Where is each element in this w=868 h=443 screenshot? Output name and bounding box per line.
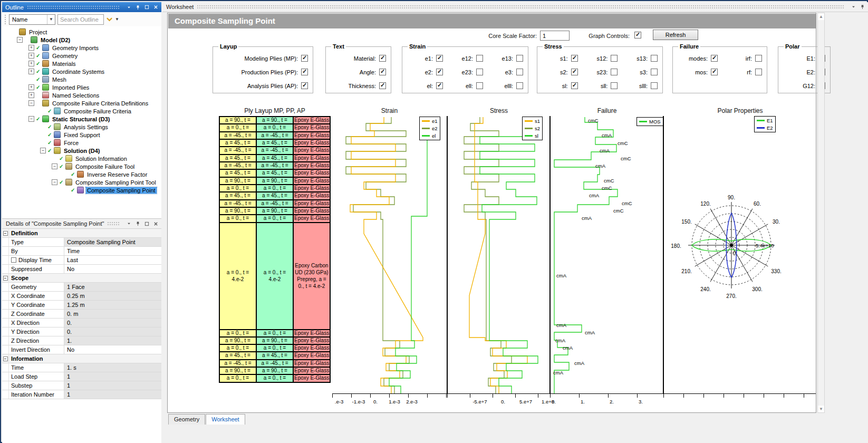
legend-entry: e2	[422, 126, 438, 131]
failure-checkbox[interactable]	[711, 69, 718, 75]
collapse-icon[interactable]: −	[3, 276, 8, 281]
layup-checkbox[interactable]	[301, 69, 308, 75]
tab-worksheet[interactable]: Worksheet	[206, 414, 245, 425]
failure-checkbox[interactable]	[755, 69, 762, 75]
collapse-icon[interactable]: −	[52, 179, 57, 185]
stress-checkbox[interactable]	[611, 55, 618, 62]
ap-cell: Epoxy E-Glass	[293, 360, 330, 367]
failure-checkbox[interactable]	[755, 55, 762, 62]
tree-item-analysis-settings[interactable]: ✓Analysis Settings	[2, 123, 161, 131]
strain-checkbox[interactable]	[516, 69, 523, 75]
collapse-icon[interactable]: −	[3, 357, 8, 361]
stress-checkbox[interactable]	[651, 82, 658, 89]
tree-item-project[interactable]: Project	[2, 28, 161, 36]
tree-item-folder[interactable]: −Composite Failure Criteria Definitions	[2, 99, 161, 107]
chevron-down-icon[interactable]	[125, 4, 132, 11]
chart-separator	[663, 116, 664, 393]
pin-icon[interactable]	[134, 4, 141, 11]
close-icon[interactable]	[152, 220, 159, 227]
failure-chart: cmCcmAcmCcmAcmCcmAcmCcmCcmAcmCcmCcmAcmAc…	[551, 116, 663, 393]
tree-item-criteria[interactable]: ✓Composite Failure Criteria	[2, 107, 161, 115]
stress-checkbox[interactable]	[571, 69, 578, 75]
stress-checkbox[interactable]	[651, 55, 658, 62]
close-icon[interactable]	[152, 4, 159, 11]
check-icon: ✓	[71, 171, 77, 177]
strain-checkbox[interactable]	[476, 69, 483, 75]
vertical-scrollbar[interactable]: ▲ ▼	[817, 13, 825, 413]
failure-checkbox[interactable]	[711, 55, 718, 62]
graph-controls-checkbox[interactable]	[634, 32, 641, 38]
failure-mode-annotation: cmA	[556, 322, 567, 328]
tree-item-model[interactable]: −Model (D2)	[2, 36, 161, 44]
expand-icon[interactable]: +	[28, 69, 34, 74]
details-value[interactable]: Last	[64, 256, 161, 264]
strain-checkbox[interactable]	[476, 55, 483, 62]
maximize-icon[interactable]	[143, 4, 150, 11]
expand-icon[interactable]: +	[28, 45, 34, 51]
collapse-icon[interactable]: −	[17, 37, 23, 43]
name-filter-dropdown[interactable]: Name ▼	[9, 14, 55, 25]
tree-item-result[interactable]: ✓Inverse Reserve Factor	[2, 170, 161, 178]
tree-item-force[interactable]: ✓Force	[2, 139, 161, 147]
pin-icon[interactable]	[859, 4, 866, 10]
maximize-icon[interactable]	[143, 220, 150, 227]
details-titlebar: Details of "Composite Sampling Point"	[2, 219, 161, 229]
tree-item-solution-info[interactable]: ✓Solution Information	[2, 155, 161, 162]
tree-item-imported-plies[interactable]: +✓Imported Plies	[2, 83, 161, 91]
refresh-button[interactable]: Refresh	[653, 30, 698, 40]
collapse-icon[interactable]: −	[40, 148, 46, 153]
tree-item-coordinate-systems[interactable]: +✓Coordinate Systems	[2, 68, 161, 75]
core-scale-input[interactable]	[540, 31, 570, 41]
tree-item-failure-tool[interactable]: −✓Composite Failure Tool	[2, 162, 161, 170]
stress-checkbox[interactable]	[571, 55, 578, 62]
tree-item-geometry[interactable]: +✓Geometry	[2, 52, 161, 60]
stress-checkbox[interactable]	[571, 82, 578, 89]
scroll-up-icon[interactable]: ▲	[818, 13, 824, 20]
details-value[interactable]: Time	[64, 247, 161, 255]
tab-geometry[interactable]: Geometry	[168, 414, 205, 425]
text-checkbox[interactable]	[379, 69, 386, 75]
details-value[interactable]: No	[64, 345, 161, 354]
tree-item-sampling-tool[interactable]: −✓Composite Sampling Point Tool	[2, 178, 161, 186]
tree-item-mesh[interactable]: ✓Mesh	[2, 75, 161, 83]
expand-icon[interactable]: +	[28, 53, 34, 59]
stress-checkbox[interactable]	[611, 82, 618, 89]
chevron-down-icon[interactable]: ▼	[115, 17, 119, 22]
tree-item-static-structural[interactable]: −✓Static Structural (D3)	[2, 115, 161, 123]
tree-item-solution[interactable]: −✓Solution (D4)	[2, 147, 161, 155]
search-input[interactable]	[57, 14, 104, 25]
strain-checkbox[interactable]	[516, 82, 523, 89]
collapse-icon[interactable]: −	[28, 116, 34, 122]
scroll-down-icon[interactable]: ▼	[818, 406, 824, 412]
stress-checkbox[interactable]	[611, 69, 618, 75]
collapse-icon[interactable]: −	[3, 231, 8, 236]
tree-item-named-selections[interactable]: +Named Selections	[2, 91, 161, 99]
layup-checkbox[interactable]	[301, 55, 308, 62]
strain-checkbox[interactable]	[476, 82, 483, 89]
expand-icon[interactable]: +	[28, 92, 34, 98]
text-checkbox[interactable]	[379, 82, 386, 89]
pin-icon[interactable]	[134, 220, 141, 227]
strain-checkbox[interactable]	[436, 69, 443, 75]
tree-item-sampling-point[interactable]: ✓Composite Sampling Point	[2, 186, 161, 194]
details-value[interactable]: No	[64, 265, 161, 273]
strain-checkbox[interactable]	[516, 55, 523, 62]
tree-item-geometry-imports[interactable]: +✓Geometry Imports	[2, 44, 161, 52]
display-time-checkbox[interactable]	[11, 257, 16, 263]
collapse-icon[interactable]: −	[52, 163, 57, 169]
chevron-down-icon[interactable]	[850, 4, 857, 10]
layup-checkbox[interactable]	[301, 82, 308, 89]
pp-cell: a = -45., t =	[256, 200, 293, 207]
expand-icon[interactable]: +	[28, 84, 34, 90]
expand-chevron-icon[interactable]	[106, 15, 113, 24]
tree-item-materials[interactable]: +✓Materials	[2, 60, 161, 68]
collapse-icon[interactable]: −	[28, 100, 34, 106]
stress-checkbox[interactable]	[651, 69, 658, 75]
text-checkbox[interactable]	[379, 55, 386, 62]
toolbar-grip[interactable]	[4, 14, 7, 25]
strain-checkbox[interactable]	[436, 82, 443, 89]
tree-item-fixed-support[interactable]: ✓Fixed Support	[2, 131, 161, 139]
strain-checkbox[interactable]	[436, 55, 443, 62]
chevron-down-icon[interactable]	[125, 220, 132, 227]
expand-icon[interactable]: +	[28, 61, 34, 66]
